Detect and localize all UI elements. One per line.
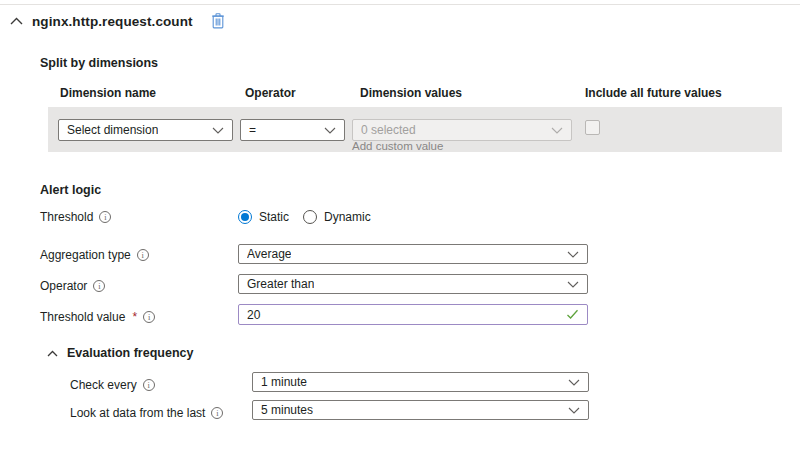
threshold-radio-dynamic[interactable]: Dynamic [303, 210, 371, 224]
metric-alert-config-panel: nginx.http.request.count Split by dimens… [0, 0, 800, 454]
info-icon[interactable] [143, 311, 155, 323]
aggregation-type-dropdown-value: Average [247, 247, 291, 261]
operator-label: Operator [40, 279, 87, 293]
column-header-operator: Operator [245, 86, 296, 100]
dimension-name-dropdown[interactable]: Select dimension [58, 119, 233, 141]
threshold-value-input[interactable] [247, 308, 527, 322]
radio-dynamic-label: Dynamic [324, 210, 371, 224]
threshold-value-label: Threshold value [40, 310, 125, 324]
lookback-dropdown[interactable]: 5 minutes [252, 400, 589, 420]
radio-unselected-icon [303, 210, 317, 224]
collapse-section-chevron-icon [47, 350, 58, 357]
dimension-name-dropdown-value: Select dimension [67, 123, 158, 137]
metric-title: nginx.http.request.count [32, 14, 193, 29]
threshold-radio-static[interactable]: Static [238, 210, 289, 224]
check-every-dropdown-value: 1 minute [261, 375, 307, 389]
check-every-label-row: Check every [70, 378, 155, 392]
info-icon[interactable] [137, 249, 149, 261]
operator-dropdown[interactable]: Greater than [238, 274, 588, 294]
collapse-metric-chevron-icon[interactable] [10, 17, 23, 25]
operator-label-row: Operator [40, 279, 105, 293]
aggregation-type-dropdown[interactable]: Average [238, 244, 588, 264]
delete-metric-button[interactable] [211, 13, 225, 29]
check-every-dropdown[interactable]: 1 minute [252, 372, 589, 392]
evaluation-frequency-title: Evaluation frequency [67, 346, 193, 360]
column-header-include-future-values: Include all future values [585, 86, 722, 100]
threshold-label: Threshold [40, 210, 93, 224]
column-header-dimension-name: Dimension name [60, 86, 156, 100]
info-icon[interactable] [99, 211, 111, 223]
chevron-down-icon [568, 379, 580, 386]
chevron-down-icon [551, 127, 563, 134]
chevron-down-icon [212, 127, 224, 134]
trash-icon [211, 13, 225, 29]
operator-dropdown-value: Greater than [247, 277, 314, 291]
info-icon[interactable] [143, 379, 155, 391]
chevron-down-icon [567, 281, 579, 288]
chevron-down-icon [324, 127, 336, 134]
radio-selected-icon [238, 210, 252, 224]
threshold-value-field-wrap [238, 304, 588, 325]
dimension-operator-dropdown-value: = [249, 123, 256, 137]
info-icon[interactable] [93, 280, 105, 292]
info-icon[interactable] [211, 407, 223, 419]
threshold-label-row: Threshold [40, 210, 111, 224]
aggregation-type-label: Aggregation type [40, 248, 131, 262]
lookback-dropdown-value: 5 minutes [261, 403, 313, 417]
top-divider [0, 4, 800, 5]
valid-check-icon [566, 309, 579, 320]
chevron-down-icon [567, 251, 579, 258]
include-future-values-checkbox[interactable] [585, 120, 600, 135]
alert-logic-title: Alert logic [40, 183, 101, 197]
dimension-row: Select dimension = 0 selected Add custom… [48, 107, 782, 152]
lookback-label-row: Look at data from the last [70, 406, 223, 420]
metric-header: nginx.http.request.count [10, 11, 225, 31]
threshold-radio-group: Static Dynamic [238, 209, 371, 225]
aggregation-type-label-row: Aggregation type [40, 248, 149, 262]
column-header-dimension-values: Dimension values [360, 86, 462, 100]
lookback-label: Look at data from the last [70, 406, 205, 420]
radio-static-label: Static [259, 210, 289, 224]
add-custom-value-link[interactable]: Add custom value [352, 140, 443, 152]
threshold-value-label-row: Threshold value * [40, 310, 155, 324]
dimension-values-dropdown: 0 selected [352, 119, 572, 141]
dimension-values-dropdown-value: 0 selected [361, 123, 416, 137]
required-asterisk: * [132, 310, 137, 324]
chevron-down-icon [568, 407, 580, 414]
dimension-operator-dropdown[interactable]: = [240, 119, 345, 141]
check-every-label: Check every [70, 378, 137, 392]
split-by-dimensions-title: Split by dimensions [40, 56, 158, 70]
evaluation-frequency-header[interactable]: Evaluation frequency [47, 346, 193, 360]
